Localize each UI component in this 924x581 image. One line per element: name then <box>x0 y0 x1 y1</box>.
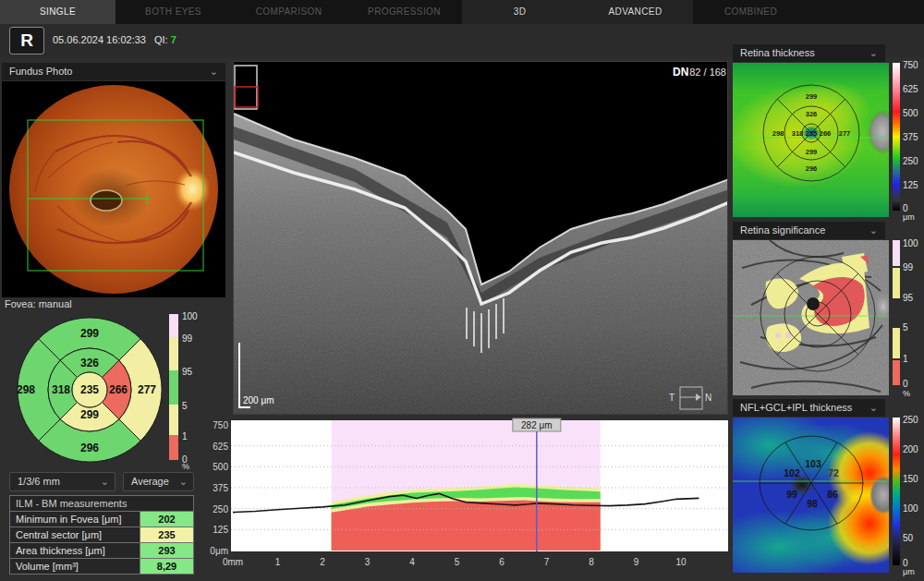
chevron-down-icon: ⌄ <box>210 63 218 80</box>
svg-text:296: 296 <box>80 442 99 454</box>
svg-text:3: 3 <box>365 557 371 567</box>
fundus-photo-selector[interactable]: Fundus Photo ⌄ <box>2 63 225 80</box>
thickness-color-scale <box>893 63 900 211</box>
significance-color-scale <box>893 328 900 358</box>
scale-tick: 125 <box>903 180 918 190</box>
scale-tick: 95 <box>903 293 913 303</box>
statistic-dropdown[interactable]: Average ⌄ <box>123 472 194 491</box>
svg-text:1: 1 <box>275 557 281 567</box>
svg-text:95: 95 <box>182 367 193 377</box>
svg-text:4: 4 <box>409 557 415 567</box>
scale-tick: 625 <box>903 84 918 94</box>
scan-position-thumbnail[interactable] <box>235 66 258 109</box>
scan-index-label: 82 / 168 <box>689 67 726 78</box>
scale-tick: 375 <box>903 132 918 142</box>
svg-text:103: 103 <box>805 458 821 469</box>
table-row: Central sector [μm] 235 <box>10 527 194 543</box>
panel-title: Retina thickness <box>740 47 815 58</box>
svg-text:266: 266 <box>109 383 128 396</box>
fundus-photo-image[interactable] <box>2 81 225 297</box>
table-row: Minimum in Fovea [μm] 202 <box>10 512 194 527</box>
svg-text:250: 250 <box>213 504 228 514</box>
chevron-down-icon: ⌄ <box>869 222 878 239</box>
fovea-mode-label: Fovea: manual <box>5 298 72 309</box>
retina-thickness-panel-header[interactable]: Retina thickness ⌄ <box>733 44 885 62</box>
tab-3d[interactable]: 3D <box>462 0 578 24</box>
svg-text:299: 299 <box>806 148 818 156</box>
measurements-table: ILM - BM measurements Minimum in Fovea [… <box>9 495 194 575</box>
chevron-down-icon: ⌄ <box>869 44 878 62</box>
laterality-badge: R <box>9 27 44 54</box>
qi-label: QI: <box>154 34 168 45</box>
scale-unit: μm <box>903 567 915 576</box>
svg-text:2: 2 <box>320 557 325 567</box>
retina-significance-map[interactable] <box>733 240 889 395</box>
statistic-value: Average <box>131 476 169 487</box>
measurements-title: ILM - BM measurements <box>10 496 194 512</box>
scale-tick: 1 <box>903 354 908 364</box>
scale-tick: 150 <box>903 474 918 484</box>
table-row: Volume [mm³] 8,29 <box>10 559 194 575</box>
svg-text:5: 5 <box>455 557 460 567</box>
svg-text:8: 8 <box>589 557 594 567</box>
y-axis-labels: 750 625 500 375 250 125 0μm <box>210 420 228 556</box>
svg-text:282 μm: 282 μm <box>521 420 553 430</box>
svg-text:125: 125 <box>213 525 228 535</box>
significance-color-scale <box>893 240 900 266</box>
significance-color-scale <box>893 360 900 385</box>
significance-color-scale <box>893 268 900 298</box>
scale-tick: 250 <box>903 156 918 166</box>
scale-tick: 500 <box>903 108 918 118</box>
svg-text:296: 296 <box>806 164 818 173</box>
nfl-gcl-ipl-panel-header[interactable]: NFL+GCL+IPL thickness ⌄ <box>733 399 885 417</box>
nfl-color-scale <box>893 418 900 565</box>
svg-text:9: 9 <box>634 557 639 567</box>
svg-text:%: % <box>182 462 189 470</box>
tab-both-eyes[interactable]: BOTH EYES <box>116 0 231 24</box>
svg-text:200 μm: 200 μm <box>243 395 274 405</box>
percentile-scale: 100 99 95 5 1 0 % <box>169 311 198 470</box>
retina-significance-panel-header[interactable]: Retina significance ⌄ <box>733 222 885 239</box>
row-value: 202 <box>140 512 194 527</box>
tab-single[interactable]: SINGLE <box>0 0 116 24</box>
svg-text:500: 500 <box>213 462 228 472</box>
svg-text:277: 277 <box>839 129 851 138</box>
retina-thickness-map[interactable]: 299 326 298 318 235 266 277 299 296 <box>733 63 889 217</box>
scale-unit: % <box>903 389 910 398</box>
tab-comparison[interactable]: COMPARISON <box>231 0 346 24</box>
scale-tick: 750 <box>903 60 918 70</box>
scale-tick: 100 <box>903 503 918 514</box>
row-value: 8,29 <box>140 559 194 575</box>
exam-datetime: 05.06.2024 16:02:33 <box>53 34 146 45</box>
oct-bscan-viewport[interactable]: DN 82 / 168 200 μm T N <box>233 61 728 415</box>
svg-text:750: 750 <box>213 420 228 430</box>
chevron-down-icon: ⌄ <box>869 399 878 417</box>
svg-text:299: 299 <box>806 92 818 101</box>
svg-text:5: 5 <box>182 401 188 411</box>
svg-text:99: 99 <box>786 489 797 500</box>
orientation-nasal-label: N <box>705 393 711 403</box>
orientation-temporal-label: T <box>669 393 675 403</box>
fundus-photo-render <box>2 81 225 297</box>
svg-text:102: 102 <box>784 467 800 478</box>
svg-text:299: 299 <box>80 408 99 421</box>
svg-text:235: 235 <box>80 383 99 396</box>
svg-text:100: 100 <box>182 311 198 321</box>
nfl-gcl-ipl-map[interactable]: 103 102 72 99 86 98 <box>733 418 889 573</box>
tab-combined[interactable]: COMBINED <box>693 0 808 24</box>
chevron-down-icon: ⌄ <box>101 473 109 490</box>
tab-advanced[interactable]: ADVANCED <box>578 0 693 24</box>
grid-size-dropdown[interactable]: 1/3/6 mm ⌄ <box>9 472 116 491</box>
row-label: Area thickness [μm] <box>10 543 140 559</box>
row-label: Minimum in Fovea [μm] <box>10 512 140 527</box>
thickness-profile-chart[interactable]: 282 μm 750 625 500 375 250 125 0μm 0mm 1… <box>198 418 730 581</box>
svg-text:98: 98 <box>807 498 818 509</box>
svg-text:86: 86 <box>827 489 838 500</box>
row-value: 235 <box>140 527 194 543</box>
row-label: Central sector [μm] <box>10 527 140 543</box>
tab-progression[interactable]: PROGRESSION <box>346 0 462 24</box>
scale-tick: 250 <box>903 415 918 425</box>
svg-text:625: 625 <box>213 442 228 452</box>
scale-unit: μm <box>903 212 915 222</box>
panel-title: NFL+GCL+IPL thickness <box>740 402 852 413</box>
